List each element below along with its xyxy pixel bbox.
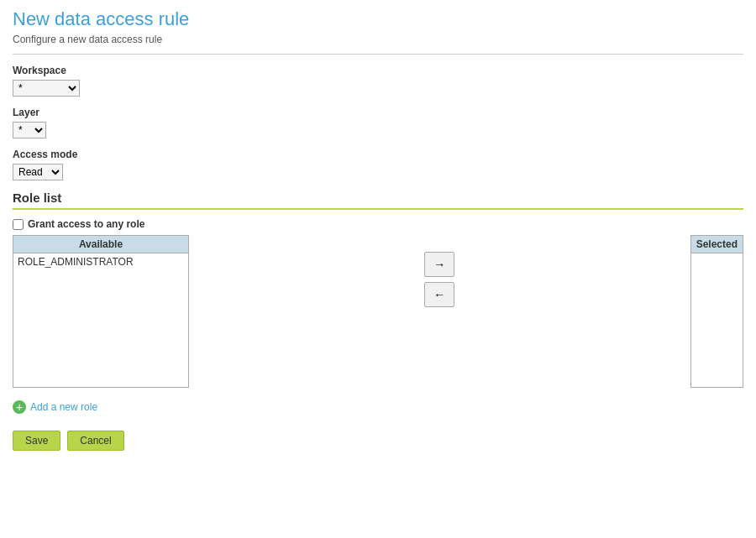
available-header: Available	[13, 235, 189, 253]
workspace-label: Workspace	[13, 65, 743, 76]
save-button[interactable]: Save	[13, 431, 60, 451]
layer-field: Layer *	[13, 107, 743, 138]
cancel-button[interactable]: Cancel	[67, 431, 123, 451]
workspace-field: Workspace *	[13, 65, 743, 97]
workspace-select[interactable]: *	[13, 80, 80, 97]
header-divider	[13, 54, 743, 55]
add-role-label: Add a new role	[30, 401, 97, 413]
move-right-button[interactable]: →	[424, 252, 454, 277]
selected-panel: Selected	[690, 235, 743, 388]
role-transfer-area: Available ROLE_ADMINISTRATOR → ← Selecte…	[13, 235, 743, 388]
grant-any-role-label[interactable]: Grant access to any role	[13, 218, 743, 230]
access-mode-select[interactable]: Read Write Admin	[13, 164, 63, 180]
page-title: New data access rule	[13, 8, 743, 30]
available-panel: Available ROLE_ADMINISTRATOR	[13, 235, 189, 388]
role-list-divider	[13, 208, 743, 210]
selected-list[interactable]	[690, 253, 743, 388]
form-buttons: Save Cancel	[13, 431, 743, 451]
layer-select[interactable]: *	[13, 122, 46, 138]
role-list-section-title: Role list	[13, 191, 743, 205]
page-subtitle: Configure a new data access rule	[13, 34, 743, 45]
layer-label: Layer	[13, 107, 743, 118]
add-role-icon: +	[13, 400, 26, 414]
selected-header: Selected	[690, 235, 743, 253]
grant-any-role-checkbox[interactable]	[13, 219, 24, 230]
list-item[interactable]: ROLE_ADMINISTRATOR	[15, 255, 186, 269]
access-mode-field: Access mode Read Write Admin	[13, 149, 743, 180]
access-mode-label: Access mode	[13, 149, 743, 160]
transfer-buttons: → ←	[189, 235, 690, 307]
available-list[interactable]: ROLE_ADMINISTRATOR	[13, 253, 189, 388]
move-left-button[interactable]: ←	[424, 282, 454, 307]
add-role-link[interactable]: + Add a new role	[13, 400, 743, 414]
